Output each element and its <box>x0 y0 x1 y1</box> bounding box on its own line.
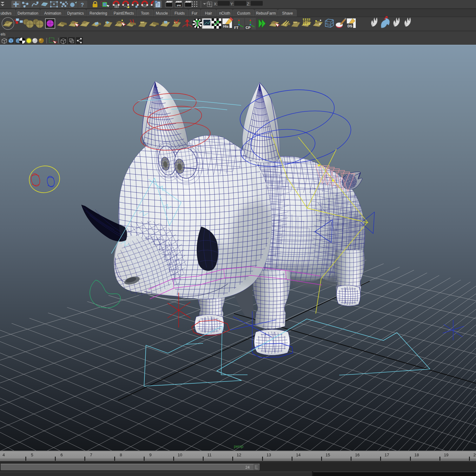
svg-text:17: 17 <box>385 453 389 457</box>
svg-text:Y:: Y: <box>230 2 234 6</box>
svg-text:Muscle: Muscle <box>156 11 168 16</box>
svg-text:9: 9 <box>149 453 151 457</box>
svg-text:FT: FT <box>234 26 239 30</box>
svg-text:Fur: Fur <box>192 11 197 16</box>
svg-text:8: 8 <box>120 453 122 457</box>
svg-text:Shave: Shave <box>282 11 293 16</box>
svg-text:IPR: IPR <box>177 4 181 7</box>
svg-text:nCloth: nCloth <box>219 11 230 16</box>
svg-text:11: 11 <box>207 453 212 457</box>
svg-text:Fluids: Fluids <box>175 11 185 16</box>
svg-text:10: 10 <box>178 453 182 457</box>
svg-text:14: 14 <box>296 453 301 457</box>
svg-text:els: els <box>1 32 5 36</box>
svg-text:18: 18 <box>414 453 419 457</box>
svg-text:Animation: Animation <box>44 11 61 16</box>
svg-text:persp: persp <box>234 444 243 449</box>
svg-text:24: 24 <box>245 465 250 470</box>
svg-text:6: 6 <box>60 453 63 457</box>
svg-text:12: 12 <box>237 453 241 457</box>
svg-text:13: 13 <box>267 453 271 457</box>
svg-text:X:: X: <box>214 2 217 6</box>
svg-text:Hair: Hair <box>205 11 212 16</box>
svg-text:Deformation: Deformation <box>17 11 38 16</box>
svg-text:7: 7 <box>90 453 92 457</box>
svg-text:16: 16 <box>355 453 360 457</box>
svg-text:DS: DS <box>347 24 352 28</box>
svg-text:4: 4 <box>3 453 5 457</box>
svg-text:Toon: Toon <box>141 11 149 16</box>
svg-text:His: His <box>223 24 228 28</box>
svg-text:ubdivs: ubdivs <box>1 11 12 16</box>
svg-text:RebusFarm: RebusFarm <box>256 11 276 16</box>
svg-text:5: 5 <box>31 453 33 457</box>
svg-text:PaintEffects: PaintEffects <box>114 11 134 16</box>
svg-text:CP: CP <box>246 26 250 30</box>
svg-text:?: ? <box>81 2 84 8</box>
svg-text:20: 20 <box>473 453 476 457</box>
svg-text:Dynamics: Dynamics <box>67 11 84 16</box>
svg-text:15: 15 <box>326 453 330 457</box>
svg-text:Rendering: Rendering <box>89 11 107 16</box>
svg-text:19: 19 <box>444 453 448 457</box>
svg-text:Z:: Z: <box>247 2 250 6</box>
svg-text:Custom: Custom <box>237 11 250 16</box>
